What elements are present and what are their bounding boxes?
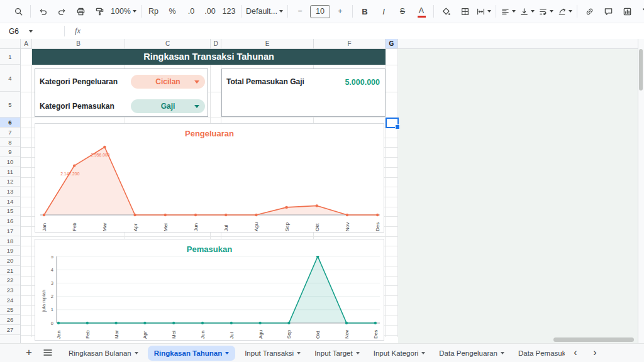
row-header-17[interactable]: 17 xyxy=(0,226,20,236)
toolbar-separator xyxy=(30,5,31,18)
insert-chart-button[interactable] xyxy=(618,3,636,19)
total-pemasukan-value: 5.000.000 xyxy=(345,75,380,89)
toolbar: 100%Rp%.0.00123Default...−10+BISAΣ xyxy=(0,0,644,23)
paint-format-button[interactable] xyxy=(90,3,109,19)
sheet-tab-input-kategori[interactable]: Input Kategori xyxy=(367,344,433,362)
spreadsheet-grid[interactable]: 1456789101112131415161718192021222324252… xyxy=(0,39,638,343)
fill-color-button[interactable] xyxy=(436,3,455,19)
chevron-down-icon xyxy=(225,352,229,354)
column-header-E[interactable]: E xyxy=(221,39,314,48)
bold-button[interactable]: B xyxy=(355,3,374,19)
chevron-down-icon xyxy=(356,352,360,354)
kategori-pengeluaran-dropdown[interactable]: Cicilan xyxy=(131,75,205,89)
sheet-tab-ringkasan-bulanan[interactable]: Ringkasan Bulanan xyxy=(62,344,145,362)
insert-link-button[interactable] xyxy=(580,3,599,19)
row-header-8[interactable]: 8 xyxy=(0,138,20,148)
selected-cell-outline[interactable] xyxy=(386,118,399,128)
next-sheets-button[interactable]: › xyxy=(587,346,602,361)
font-size-input-label: 10 xyxy=(316,7,325,16)
row-header-16[interactable]: 16 xyxy=(0,216,20,226)
row-header-25[interactable]: 25 xyxy=(0,305,20,315)
all-sheets-menu-button[interactable] xyxy=(40,346,55,361)
row-header-26[interactable]: 26 xyxy=(0,315,20,325)
font-select-label: Default... xyxy=(246,7,277,16)
x-tick-mar: Mar xyxy=(114,330,119,339)
strikethrough-button[interactable]: S xyxy=(393,3,412,19)
column-header-D[interactable]: D xyxy=(211,39,221,48)
kategori-pemasukan-dropdown[interactable]: Gaji xyxy=(131,99,205,113)
fill-handle[interactable] xyxy=(395,124,400,129)
italic-button[interactable]: I xyxy=(374,3,393,19)
more-formats-button[interactable]: 123 xyxy=(219,3,238,19)
text-color-swatch xyxy=(418,16,426,18)
column-header-F[interactable]: F xyxy=(314,39,386,48)
borders-icon xyxy=(460,7,470,16)
tab-label: Data Pemasuka xyxy=(518,349,565,357)
row-header-24[interactable]: 24 xyxy=(0,295,20,305)
vertical-align-button[interactable] xyxy=(518,3,536,19)
row-header-7[interactable]: 7 xyxy=(0,128,20,138)
decrease-font-size-button[interactable]: − xyxy=(291,3,309,19)
row-header-19[interactable]: 19 xyxy=(0,246,20,256)
horizontal-align-button[interactable] xyxy=(499,3,518,19)
row-header-12[interactable]: 12 xyxy=(0,177,20,187)
font-size-input[interactable]: 10 xyxy=(310,5,330,18)
search-button[interactable] xyxy=(9,3,28,19)
row-header-6[interactable]: 6 xyxy=(0,118,20,128)
redo-icon xyxy=(57,7,67,16)
text-rotation-button[interactable] xyxy=(555,3,574,19)
column-header-A[interactable]: A xyxy=(21,39,32,48)
redo-button[interactable] xyxy=(52,3,71,19)
row-header-1[interactable]: 1 xyxy=(0,49,20,65)
row-header-9[interactable]: 9 xyxy=(0,147,20,157)
row-header-10[interactable]: 10 xyxy=(0,157,20,167)
row-header-18[interactable]: 18 xyxy=(0,236,20,246)
row-header-15[interactable]: 15 xyxy=(0,207,20,217)
sheet-tab-ringkasan-tahunan[interactable]: Ringkasan Tahunan xyxy=(148,346,235,361)
row-header-14[interactable]: 14 xyxy=(0,197,20,207)
column-header-B[interactable]: B xyxy=(32,39,125,48)
create-filter-button[interactable] xyxy=(636,3,644,19)
horizontal-scrollbar-thumb[interactable] xyxy=(553,337,634,342)
increase-decimal-button[interactable]: .00 xyxy=(201,3,219,19)
sheet-tab-data-pengeluaran[interactable]: Data Pengeluaran xyxy=(432,344,511,362)
column-header-G[interactable]: G xyxy=(386,39,398,48)
sheet-tab-data-pemasuka[interactable]: Data Pemasuka xyxy=(511,344,565,362)
decrease-font-size-button-label: − xyxy=(297,7,302,16)
select-all-corner[interactable] xyxy=(0,39,21,49)
zoom-select[interactable]: 100% xyxy=(109,3,138,19)
print-button[interactable] xyxy=(71,3,90,19)
vertical-scrollbar[interactable] xyxy=(638,39,644,343)
toolbar-separator xyxy=(287,5,288,18)
row-header-4[interactable]: 4 xyxy=(0,65,20,92)
sheet-tab-input-target[interactable]: Input Target xyxy=(308,344,367,362)
print-icon xyxy=(76,7,86,16)
row-header-21[interactable]: 21 xyxy=(0,266,20,276)
merge-cells-button[interactable] xyxy=(474,3,493,19)
column-header-C[interactable]: C xyxy=(125,39,211,48)
row-header-11[interactable]: 11 xyxy=(0,167,20,177)
format-percent-button[interactable]: % xyxy=(163,3,182,19)
row-header-13[interactable]: 13 xyxy=(0,187,20,197)
row-header-5[interactable]: 5 xyxy=(0,92,20,118)
increase-font-size-button[interactable]: + xyxy=(331,3,350,19)
row-header-27[interactable]: 27 xyxy=(0,325,20,335)
vertical-scrollbar-thumb[interactable] xyxy=(639,49,643,90)
text-wrap-button[interactable] xyxy=(536,3,555,19)
add-sheet-button[interactable]: + xyxy=(21,346,36,361)
sheet-tab-input-transaksi[interactable]: Input Transaksi xyxy=(238,344,308,362)
undo-button[interactable] xyxy=(33,3,52,19)
text-color-button[interactable]: A xyxy=(412,3,431,20)
insert-comment-button[interactable] xyxy=(599,3,618,19)
prev-sheets-button[interactable]: ‹ xyxy=(568,346,583,361)
decrease-decimal-button[interactable]: .0 xyxy=(182,3,201,19)
x-tick-agu: Agu xyxy=(258,330,264,339)
font-select[interactable]: Default... xyxy=(244,3,285,19)
row-header-20[interactable]: 20 xyxy=(0,256,20,266)
row-header-23[interactable]: 23 xyxy=(0,285,20,295)
name-box[interactable]: G6 xyxy=(0,27,64,36)
borders-button[interactable] xyxy=(455,3,474,19)
row-header-22[interactable]: 22 xyxy=(0,276,20,286)
format-currency-button[interactable]: Rp xyxy=(144,3,163,19)
tab-label: Input Transaksi xyxy=(245,349,294,357)
